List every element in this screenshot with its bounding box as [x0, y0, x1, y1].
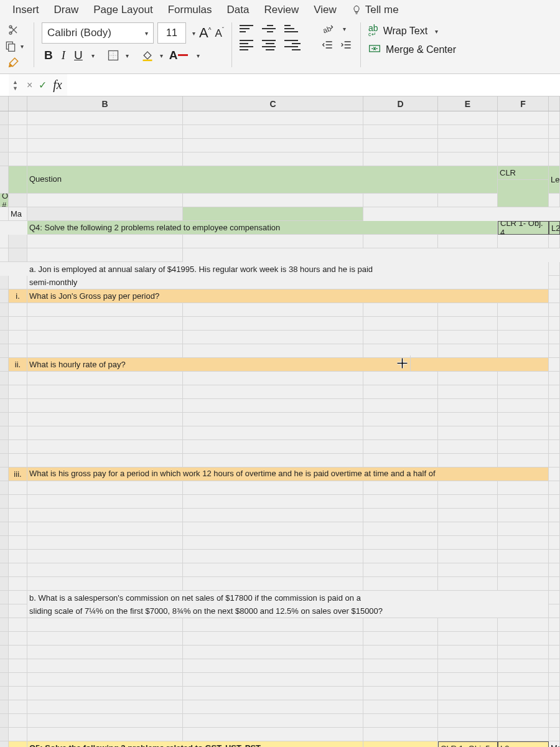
- cell-lesson[interactable]: Lesson: [549, 166, 560, 194]
- col-header-C[interactable]: C: [183, 96, 363, 111]
- border-button[interactable]: [107, 49, 119, 62]
- orientation-button[interactable]: ab: [322, 22, 334, 35]
- alignment-group: ab ▾: [240, 21, 353, 68]
- cell-qiii[interactable]: What is his gross pay for a period in wh…: [27, 467, 549, 481]
- cell-qii[interactable]: What is hourly rate of pay?: [27, 358, 549, 372]
- font-size-select[interactable]: 11: [157, 22, 186, 44]
- col-header-F[interactable]: F: [498, 96, 549, 111]
- increase-indent-button[interactable]: [340, 39, 353, 51]
- chevron-down-icon[interactable]: ▾: [91, 52, 95, 59]
- cut-button[interactable]: [7, 24, 20, 36]
- merge-icon: [368, 42, 381, 57]
- chevron-down-icon[interactable]: ▾: [197, 52, 200, 59]
- cell-ajon1[interactable]: a. Jon is employed at annual salary of $…: [27, 262, 549, 276]
- fx-button[interactable]: fx: [53, 78, 62, 92]
- cell-qi[interactable]: What is Jon's Gross pay per period?: [27, 289, 549, 303]
- merge-center-button[interactable]: Merge & Center: [368, 42, 456, 57]
- increase-font-button[interactable]: A^: [199, 25, 211, 41]
- cell-q5[interactable]: Q5: Solve the following 3 problems relat…: [27, 741, 363, 747]
- tab-formulas[interactable]: Formulas: [168, 4, 212, 16]
- format-painter-button[interactable]: [7, 56, 20, 68]
- svg-text:ab: ab: [322, 24, 332, 35]
- cell-clr1-5[interactable]: CLR 1- Obj. 5: [438, 741, 498, 747]
- ribbon-content: ▾ Calibri (Body) ▾ 11 ▾ A^ Aˇ B I U ▾: [0, 19, 560, 74]
- cell-ajon2[interactable]: semi-monthly: [27, 276, 549, 289]
- tab-insert[interactable]: Insert: [12, 4, 39, 16]
- svg-rect-5: [142, 60, 152, 62]
- cell-b1[interactable]: b. What is a salesperson's commission on…: [27, 591, 549, 604]
- spreadsheet-grid[interactable]: Question CLR Lesson Objective # Ma Q4: S…: [0, 111, 560, 747]
- chevron-down-icon[interactable]: ▾: [343, 26, 346, 32]
- wrap-text-button[interactable]: abc↵ Wrap Text ▾: [368, 25, 456, 37]
- copy-button[interactable]: ▾: [4, 40, 24, 52]
- merge-center-label: Merge & Center: [386, 44, 456, 55]
- cell-clr1-4[interactable]: CLR 1- Obj. 4: [498, 221, 549, 235]
- col-header-E[interactable]: E: [438, 96, 498, 111]
- chevron-down-icon[interactable]: ▾: [126, 52, 129, 59]
- chevron-down-icon[interactable]: ▾: [192, 30, 195, 37]
- decrease-indent-button[interactable]: [322, 39, 334, 51]
- tell-me-label: Tell me: [365, 4, 399, 16]
- name-box-expand[interactable]: ▲▼: [9, 79, 22, 92]
- align-left-button[interactable]: [240, 39, 256, 51]
- tab-review[interactable]: Review: [264, 4, 299, 16]
- bulb-icon: [352, 5, 362, 15]
- cell-objective[interactable]: Objective #: [0, 194, 9, 207]
- cell-i[interactable]: i.: [9, 289, 27, 303]
- wrap-text-icon: abc↵: [368, 25, 378, 37]
- cancel-formula-button[interactable]: ×: [27, 80, 32, 91]
- fill-color-button[interactable]: [141, 49, 154, 62]
- cell-mark[interactable]: Mark: [549, 741, 560, 747]
- cell-iii[interactable]: iii.: [9, 467, 27, 481]
- font-group: Calibri (Body) ▾ 11 ▾ A^ Aˇ B I U ▾ ▾ ▾: [42, 21, 224, 68]
- align-top-button[interactable]: [240, 22, 256, 35]
- svg-rect-3: [8, 44, 14, 52]
- select-all-corner[interactable]: [0, 96, 9, 111]
- chevron-down-icon: ▾: [435, 28, 438, 35]
- column-headers: B C D E F: [0, 96, 560, 111]
- font-name-select[interactable]: Calibri (Body) ▾: [42, 22, 154, 44]
- formula-bar: ▲▼ × ✓ fx: [0, 74, 560, 96]
- align-center-button[interactable]: [262, 39, 278, 51]
- copy-icon: [4, 40, 17, 52]
- cell-l2-b[interactable]: L2: [498, 741, 549, 747]
- bold-button[interactable]: B: [42, 47, 55, 63]
- font-color-button[interactable]: A: [167, 47, 190, 63]
- align-middle-button[interactable]: [262, 22, 278, 35]
- tab-view[interactable]: View: [314, 4, 337, 16]
- formula-input[interactable]: [67, 74, 560, 96]
- cell-question[interactable]: Question: [27, 166, 498, 194]
- scissors-icon: [7, 24, 20, 36]
- col-header-A[interactable]: [9, 96, 27, 111]
- font-name-label: Calibri (Body): [47, 27, 111, 39]
- chevron-down-icon: ▾: [21, 43, 24, 50]
- chevron-down-icon[interactable]: ▾: [160, 52, 163, 59]
- cell-clr[interactable]: CLR: [498, 166, 549, 180]
- tab-data[interactable]: Data: [227, 4, 250, 16]
- italic-button[interactable]: I: [59, 47, 68, 63]
- cell-q4[interactable]: Q4: Solve the following 2 problems relat…: [27, 221, 498, 235]
- name-box[interactable]: [0, 74, 9, 96]
- tab-draw[interactable]: Draw: [54, 4, 79, 16]
- chevron-down-icon: ▾: [145, 30, 148, 37]
- confirm-formula-button[interactable]: ✓: [39, 79, 47, 91]
- col-header-D[interactable]: D: [363, 96, 438, 111]
- font-size-label: 11: [166, 27, 177, 39]
- align-bottom-button[interactable]: [284, 22, 301, 35]
- cell-l2-a[interactable]: L2: [549, 221, 560, 235]
- paintbrush-icon: [7, 56, 20, 68]
- tell-me[interactable]: Tell me: [352, 4, 399, 16]
- tab-page-layout[interactable]: Page Layout: [93, 4, 152, 16]
- cell-b2[interactable]: sliding scale of 7¼% on the first $7000,…: [27, 604, 549, 618]
- cell-ii[interactable]: ii.: [9, 358, 27, 372]
- underline-button[interactable]: U: [72, 47, 85, 63]
- align-right-button[interactable]: [284, 39, 301, 51]
- decrease-font-button[interactable]: Aˇ: [215, 27, 224, 40]
- col-header-B[interactable]: B: [27, 96, 183, 111]
- ribbon-tabs: Insert Draw Page Layout Formulas Data Re…: [0, 0, 560, 19]
- wrap-text-label: Wrap Text: [383, 26, 427, 37]
- cell-ma[interactable]: Ma: [9, 207, 27, 221]
